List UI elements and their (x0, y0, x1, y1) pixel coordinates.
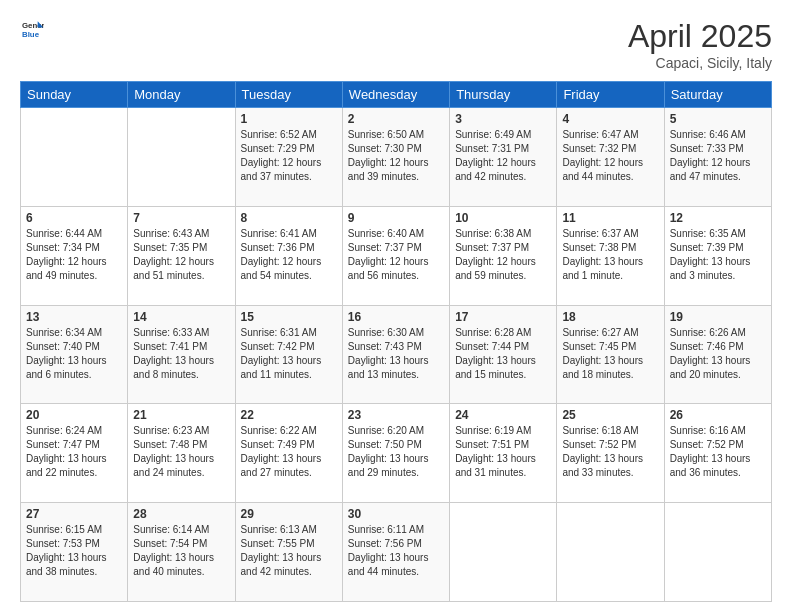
day-number-3-5: 25 (562, 408, 658, 422)
cell-3-5: 25Sunrise: 6:18 AM Sunset: 7:52 PM Dayli… (557, 404, 664, 503)
logo: General Blue (20, 18, 44, 40)
week-row-4: 27Sunrise: 6:15 AM Sunset: 7:53 PM Dayli… (21, 503, 772, 602)
cell-info-1-3: Sunrise: 6:40 AM Sunset: 7:37 PM Dayligh… (348, 227, 444, 283)
cell-3-3: 23Sunrise: 6:20 AM Sunset: 7:50 PM Dayli… (342, 404, 449, 503)
cell-4-6 (664, 503, 771, 602)
cell-info-2-2: Sunrise: 6:31 AM Sunset: 7:42 PM Dayligh… (241, 326, 337, 382)
day-number-0-2: 1 (241, 112, 337, 126)
day-number-3-1: 21 (133, 408, 229, 422)
logo-icon: General Blue (22, 18, 44, 40)
cell-1-4: 10Sunrise: 6:38 AM Sunset: 7:37 PM Dayli… (450, 206, 557, 305)
cell-info-1-5: Sunrise: 6:37 AM Sunset: 7:38 PM Dayligh… (562, 227, 658, 283)
day-number-2-1: 14 (133, 310, 229, 324)
day-number-4-3: 30 (348, 507, 444, 521)
header-thursday: Thursday (450, 82, 557, 108)
cell-0-6: 5Sunrise: 6:46 AM Sunset: 7:33 PM Daylig… (664, 108, 771, 207)
cell-info-1-0: Sunrise: 6:44 AM Sunset: 7:34 PM Dayligh… (26, 227, 122, 283)
day-number-1-2: 8 (241, 211, 337, 225)
cell-3-0: 20Sunrise: 6:24 AM Sunset: 7:47 PM Dayli… (21, 404, 128, 503)
cell-0-5: 4Sunrise: 6:47 AM Sunset: 7:32 PM Daylig… (557, 108, 664, 207)
cell-3-6: 26Sunrise: 6:16 AM Sunset: 7:52 PM Dayli… (664, 404, 771, 503)
cell-3-1: 21Sunrise: 6:23 AM Sunset: 7:48 PM Dayli… (128, 404, 235, 503)
day-number-3-6: 26 (670, 408, 766, 422)
header-wednesday: Wednesday (342, 82, 449, 108)
cell-info-3-2: Sunrise: 6:22 AM Sunset: 7:49 PM Dayligh… (241, 424, 337, 480)
day-number-0-5: 4 (562, 112, 658, 126)
day-number-1-5: 11 (562, 211, 658, 225)
cell-0-1 (128, 108, 235, 207)
cell-info-0-5: Sunrise: 6:47 AM Sunset: 7:32 PM Dayligh… (562, 128, 658, 184)
day-number-3-2: 22 (241, 408, 337, 422)
cell-info-0-3: Sunrise: 6:50 AM Sunset: 7:30 PM Dayligh… (348, 128, 444, 184)
cell-4-0: 27Sunrise: 6:15 AM Sunset: 7:53 PM Dayli… (21, 503, 128, 602)
cell-2-3: 16Sunrise: 6:30 AM Sunset: 7:43 PM Dayli… (342, 305, 449, 404)
cell-info-0-2: Sunrise: 6:52 AM Sunset: 7:29 PM Dayligh… (241, 128, 337, 184)
cell-1-6: 12Sunrise: 6:35 AM Sunset: 7:39 PM Dayli… (664, 206, 771, 305)
day-number-3-4: 24 (455, 408, 551, 422)
cell-2-2: 15Sunrise: 6:31 AM Sunset: 7:42 PM Dayli… (235, 305, 342, 404)
cell-info-1-4: Sunrise: 6:38 AM Sunset: 7:37 PM Dayligh… (455, 227, 551, 283)
header: General Blue April 2025 Capaci, Sicily, … (20, 18, 772, 71)
subtitle: Capaci, Sicily, Italy (628, 55, 772, 71)
cell-0-3: 2Sunrise: 6:50 AM Sunset: 7:30 PM Daylig… (342, 108, 449, 207)
cell-4-5 (557, 503, 664, 602)
cell-info-0-4: Sunrise: 6:49 AM Sunset: 7:31 PM Dayligh… (455, 128, 551, 184)
header-monday: Monday (128, 82, 235, 108)
cell-4-3: 30Sunrise: 6:11 AM Sunset: 7:56 PM Dayli… (342, 503, 449, 602)
cell-1-1: 7Sunrise: 6:43 AM Sunset: 7:35 PM Daylig… (128, 206, 235, 305)
cell-2-6: 19Sunrise: 6:26 AM Sunset: 7:46 PM Dayli… (664, 305, 771, 404)
day-number-0-6: 5 (670, 112, 766, 126)
cell-info-4-0: Sunrise: 6:15 AM Sunset: 7:53 PM Dayligh… (26, 523, 122, 579)
cell-4-4 (450, 503, 557, 602)
cell-info-2-6: Sunrise: 6:26 AM Sunset: 7:46 PM Dayligh… (670, 326, 766, 382)
cell-info-2-0: Sunrise: 6:34 AM Sunset: 7:40 PM Dayligh… (26, 326, 122, 382)
calendar-table: Sunday Monday Tuesday Wednesday Thursday… (20, 81, 772, 602)
day-number-4-0: 27 (26, 507, 122, 521)
cell-info-4-1: Sunrise: 6:14 AM Sunset: 7:54 PM Dayligh… (133, 523, 229, 579)
cell-info-2-3: Sunrise: 6:30 AM Sunset: 7:43 PM Dayligh… (348, 326, 444, 382)
day-number-2-3: 16 (348, 310, 444, 324)
cell-0-0 (21, 108, 128, 207)
day-number-2-4: 17 (455, 310, 551, 324)
cell-info-3-3: Sunrise: 6:20 AM Sunset: 7:50 PM Dayligh… (348, 424, 444, 480)
cell-2-5: 18Sunrise: 6:27 AM Sunset: 7:45 PM Dayli… (557, 305, 664, 404)
day-number-0-3: 2 (348, 112, 444, 126)
day-number-0-4: 3 (455, 112, 551, 126)
cell-info-3-5: Sunrise: 6:18 AM Sunset: 7:52 PM Dayligh… (562, 424, 658, 480)
cell-info-4-3: Sunrise: 6:11 AM Sunset: 7:56 PM Dayligh… (348, 523, 444, 579)
day-number-3-0: 20 (26, 408, 122, 422)
cell-info-2-4: Sunrise: 6:28 AM Sunset: 7:44 PM Dayligh… (455, 326, 551, 382)
day-number-1-3: 9 (348, 211, 444, 225)
cell-info-3-1: Sunrise: 6:23 AM Sunset: 7:48 PM Dayligh… (133, 424, 229, 480)
cell-1-0: 6Sunrise: 6:44 AM Sunset: 7:34 PM Daylig… (21, 206, 128, 305)
cell-4-1: 28Sunrise: 6:14 AM Sunset: 7:54 PM Dayli… (128, 503, 235, 602)
cell-1-5: 11Sunrise: 6:37 AM Sunset: 7:38 PM Dayli… (557, 206, 664, 305)
cell-1-2: 8Sunrise: 6:41 AM Sunset: 7:36 PM Daylig… (235, 206, 342, 305)
cell-1-3: 9Sunrise: 6:40 AM Sunset: 7:37 PM Daylig… (342, 206, 449, 305)
cell-0-2: 1Sunrise: 6:52 AM Sunset: 7:29 PM Daylig… (235, 108, 342, 207)
cell-2-4: 17Sunrise: 6:28 AM Sunset: 7:44 PM Dayli… (450, 305, 557, 404)
day-number-1-4: 10 (455, 211, 551, 225)
cell-info-1-2: Sunrise: 6:41 AM Sunset: 7:36 PM Dayligh… (241, 227, 337, 283)
cell-info-2-5: Sunrise: 6:27 AM Sunset: 7:45 PM Dayligh… (562, 326, 658, 382)
cell-info-3-6: Sunrise: 6:16 AM Sunset: 7:52 PM Dayligh… (670, 424, 766, 480)
cell-info-1-6: Sunrise: 6:35 AM Sunset: 7:39 PM Dayligh… (670, 227, 766, 283)
weekday-header-row: Sunday Monday Tuesday Wednesday Thursday… (21, 82, 772, 108)
cell-info-4-2: Sunrise: 6:13 AM Sunset: 7:55 PM Dayligh… (241, 523, 337, 579)
cell-info-0-6: Sunrise: 6:46 AM Sunset: 7:33 PM Dayligh… (670, 128, 766, 184)
header-saturday: Saturday (664, 82, 771, 108)
day-number-2-2: 15 (241, 310, 337, 324)
week-row-2: 13Sunrise: 6:34 AM Sunset: 7:40 PM Dayli… (21, 305, 772, 404)
cell-2-0: 13Sunrise: 6:34 AM Sunset: 7:40 PM Dayli… (21, 305, 128, 404)
day-number-1-1: 7 (133, 211, 229, 225)
day-number-1-6: 12 (670, 211, 766, 225)
cell-3-2: 22Sunrise: 6:22 AM Sunset: 7:49 PM Dayli… (235, 404, 342, 503)
header-friday: Friday (557, 82, 664, 108)
cell-info-3-0: Sunrise: 6:24 AM Sunset: 7:47 PM Dayligh… (26, 424, 122, 480)
day-number-4-1: 28 (133, 507, 229, 521)
week-row-1: 6Sunrise: 6:44 AM Sunset: 7:34 PM Daylig… (21, 206, 772, 305)
week-row-0: 1Sunrise: 6:52 AM Sunset: 7:29 PM Daylig… (21, 108, 772, 207)
cell-4-2: 29Sunrise: 6:13 AM Sunset: 7:55 PM Dayli… (235, 503, 342, 602)
day-number-3-3: 23 (348, 408, 444, 422)
cell-3-4: 24Sunrise: 6:19 AM Sunset: 7:51 PM Dayli… (450, 404, 557, 503)
